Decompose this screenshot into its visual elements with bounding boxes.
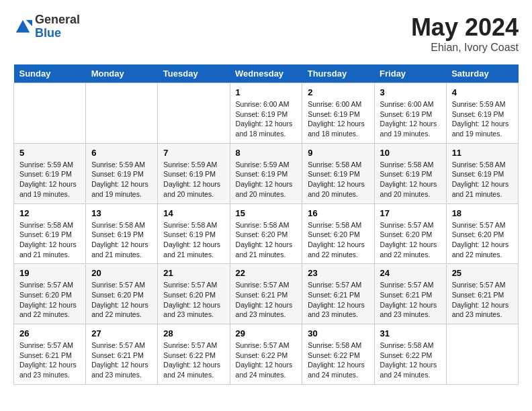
day-number: 16 [308, 208, 368, 218]
calendar-cell [14, 83, 86, 144]
day-number: 10 [380, 148, 441, 158]
day-info: Sunrise: 5:57 AM Sunset: 6:21 PM Dayligh… [452, 280, 513, 320]
day-info: Sunrise: 5:57 AM Sunset: 6:20 PM Dayligh… [452, 220, 513, 260]
day-info: Sunrise: 6:00 AM Sunset: 6:19 PM Dayligh… [236, 99, 297, 139]
day-info: Sunrise: 5:59 AM Sunset: 6:19 PM Dayligh… [236, 160, 297, 199]
calendar-cell: 10Sunrise: 5:58 AM Sunset: 6:19 PM Dayli… [374, 143, 446, 203]
calendar: SundayMondayTuesdayWednesdayThursdayFrid… [13, 64, 519, 385]
calendar-cell: 11Sunrise: 5:58 AM Sunset: 6:19 PM Dayli… [446, 143, 518, 203]
day-info: Sunrise: 5:57 AM Sunset: 6:21 PM Dayligh… [308, 280, 368, 320]
title-block: May 2024 Ehian, Ivory Coast [411, 13, 519, 54]
day-number: 31 [380, 328, 441, 338]
day-number: 7 [163, 148, 224, 158]
calendar-cell: 2Sunrise: 6:00 AM Sunset: 6:19 PM Daylig… [302, 83, 374, 144]
day-number: 3 [380, 87, 441, 97]
day-number: 25 [452, 268, 513, 278]
calendar-cell [446, 324, 518, 385]
day-of-week-header: Friday [374, 64, 446, 83]
calendar-cell: 9Sunrise: 5:58 AM Sunset: 6:19 PM Daylig… [302, 143, 374, 203]
day-info: Sunrise: 5:58 AM Sunset: 6:22 PM Dayligh… [308, 340, 368, 380]
day-info: Sunrise: 5:59 AM Sunset: 6:19 PM Dayligh… [452, 99, 513, 139]
calendar-cell: 15Sunrise: 5:58 AM Sunset: 6:20 PM Dayli… [230, 203, 302, 264]
day-info: Sunrise: 5:57 AM Sunset: 6:20 PM Dayligh… [91, 280, 152, 320]
day-number: 12 [19, 208, 80, 218]
logo-blue: Blue [35, 26, 61, 40]
calendar-body: 1Sunrise: 6:00 AM Sunset: 6:19 PM Daylig… [14, 83, 519, 385]
calendar-cell: 28Sunrise: 5:57 AM Sunset: 6:22 PM Dayli… [158, 324, 230, 385]
calendar-cell: 16Sunrise: 5:58 AM Sunset: 6:20 PM Dayli… [302, 203, 374, 264]
day-number: 5 [19, 148, 80, 158]
calendar-cell: 6Sunrise: 5:59 AM Sunset: 6:19 PM Daylig… [86, 143, 158, 203]
day-number: 23 [308, 268, 368, 278]
calendar-cell: 26Sunrise: 5:57 AM Sunset: 6:21 PM Dayli… [14, 324, 86, 385]
day-info: Sunrise: 5:57 AM Sunset: 6:20 PM Dayligh… [163, 280, 224, 320]
day-number: 20 [91, 268, 152, 278]
day-number: 17 [380, 208, 441, 218]
day-info: Sunrise: 5:58 AM Sunset: 6:20 PM Dayligh… [236, 220, 297, 260]
day-info: Sunrise: 5:57 AM Sunset: 6:20 PM Dayligh… [380, 220, 441, 260]
day-info: Sunrise: 5:58 AM Sunset: 6:22 PM Dayligh… [380, 340, 441, 380]
page-header: General Blue May 2024 Ehian, Ivory Coast [13, 13, 519, 54]
calendar-cell: 23Sunrise: 5:57 AM Sunset: 6:21 PM Dayli… [302, 264, 374, 324]
calendar-cell: 12Sunrise: 5:58 AM Sunset: 6:19 PM Dayli… [14, 203, 86, 264]
day-info: Sunrise: 5:58 AM Sunset: 6:19 PM Dayligh… [452, 160, 513, 199]
day-number: 26 [19, 328, 80, 338]
day-of-week-header: Sunday [14, 64, 86, 83]
logo-general: General [35, 13, 80, 26]
day-number: 13 [91, 208, 152, 218]
day-info: Sunrise: 5:58 AM Sunset: 6:19 PM Dayligh… [163, 220, 224, 260]
calendar-header: SundayMondayTuesdayWednesdayThursdayFrid… [14, 64, 519, 83]
calendar-cell: 4Sunrise: 5:59 AM Sunset: 6:19 PM Daylig… [446, 83, 518, 144]
day-info: Sunrise: 5:58 AM Sunset: 6:19 PM Dayligh… [308, 160, 368, 199]
calendar-cell: 13Sunrise: 5:58 AM Sunset: 6:19 PM Dayli… [86, 203, 158, 264]
day-number: 19 [19, 268, 80, 278]
calendar-week-row: 5Sunrise: 5:59 AM Sunset: 6:19 PM Daylig… [14, 143, 519, 203]
calendar-cell: 7Sunrise: 5:59 AM Sunset: 6:19 PM Daylig… [158, 143, 230, 203]
calendar-cell: 8Sunrise: 5:59 AM Sunset: 6:19 PM Daylig… [230, 143, 302, 203]
day-number: 21 [163, 268, 224, 278]
month-year: May 2024 [411, 13, 519, 42]
day-info: Sunrise: 5:57 AM Sunset: 6:20 PM Dayligh… [19, 280, 80, 320]
logo-icon [13, 17, 32, 36]
day-info: Sunrise: 5:57 AM Sunset: 6:22 PM Dayligh… [163, 340, 224, 380]
calendar-cell: 3Sunrise: 6:00 AM Sunset: 6:19 PM Daylig… [374, 83, 446, 144]
calendar-cell: 27Sunrise: 5:57 AM Sunset: 6:21 PM Dayli… [86, 324, 158, 385]
calendar-cell: 30Sunrise: 5:58 AM Sunset: 6:22 PM Dayli… [302, 324, 374, 385]
day-of-week-header: Wednesday [230, 64, 302, 83]
logo: General Blue [13, 13, 80, 40]
svg-marker-0 [16, 20, 30, 33]
day-number: 30 [308, 328, 368, 338]
day-info: Sunrise: 5:58 AM Sunset: 6:19 PM Dayligh… [91, 220, 152, 260]
calendar-cell: 29Sunrise: 5:57 AM Sunset: 6:22 PM Dayli… [230, 324, 302, 385]
day-number: 14 [163, 208, 224, 218]
day-number: 6 [91, 148, 152, 158]
calendar-week-row: 1Sunrise: 6:00 AM Sunset: 6:19 PM Daylig… [14, 83, 519, 144]
calendar-week-row: 12Sunrise: 5:58 AM Sunset: 6:19 PM Dayli… [14, 203, 519, 264]
day-number: 8 [236, 148, 297, 158]
calendar-cell: 17Sunrise: 5:57 AM Sunset: 6:20 PM Dayli… [374, 203, 446, 264]
day-of-week-header: Tuesday [158, 64, 230, 83]
day-info: Sunrise: 5:57 AM Sunset: 6:21 PM Dayligh… [91, 340, 152, 380]
calendar-cell: 18Sunrise: 5:57 AM Sunset: 6:20 PM Dayli… [446, 203, 518, 264]
day-info: Sunrise: 5:57 AM Sunset: 6:21 PM Dayligh… [380, 280, 441, 320]
day-number: 18 [452, 208, 513, 218]
calendar-cell: 5Sunrise: 5:59 AM Sunset: 6:19 PM Daylig… [14, 143, 86, 203]
day-number: 27 [91, 328, 152, 338]
logo-text: General Blue [35, 13, 80, 40]
day-number: 22 [236, 268, 297, 278]
day-number: 24 [380, 268, 441, 278]
day-number: 28 [163, 328, 224, 338]
svg-marker-1 [26, 20, 32, 26]
day-info: Sunrise: 5:59 AM Sunset: 6:19 PM Dayligh… [19, 160, 80, 199]
day-of-week-header: Saturday [446, 64, 518, 83]
day-info: Sunrise: 5:59 AM Sunset: 6:19 PM Dayligh… [91, 160, 152, 199]
day-info: Sunrise: 5:58 AM Sunset: 6:20 PM Dayligh… [308, 220, 368, 260]
calendar-cell: 21Sunrise: 5:57 AM Sunset: 6:20 PM Dayli… [158, 264, 230, 324]
day-number: 29 [236, 328, 297, 338]
calendar-cell: 31Sunrise: 5:58 AM Sunset: 6:22 PM Dayli… [374, 324, 446, 385]
day-info: Sunrise: 5:58 AM Sunset: 6:19 PM Dayligh… [19, 220, 80, 260]
day-info: Sunrise: 6:00 AM Sunset: 6:19 PM Dayligh… [380, 99, 441, 139]
calendar-week-row: 19Sunrise: 5:57 AM Sunset: 6:20 PM Dayli… [14, 264, 519, 324]
location: Ehian, Ivory Coast [411, 42, 519, 54]
calendar-cell: 19Sunrise: 5:57 AM Sunset: 6:20 PM Dayli… [14, 264, 86, 324]
